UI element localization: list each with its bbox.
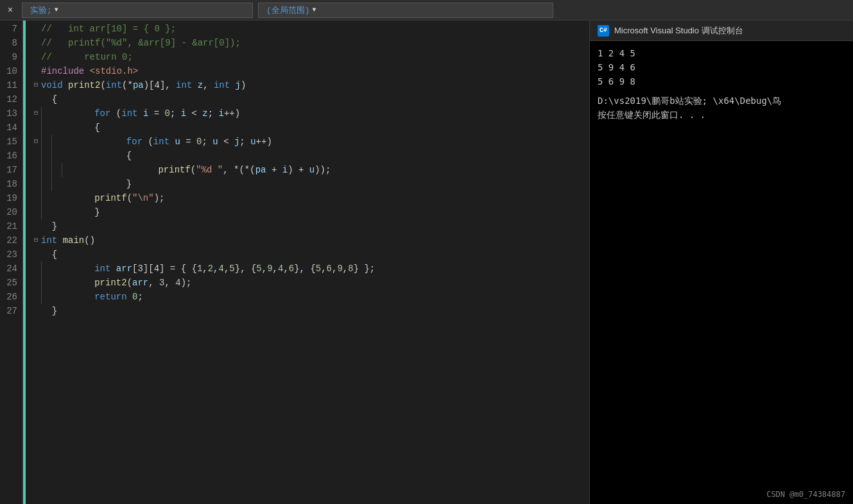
code-token <box>63 78 68 92</box>
code-token <box>127 290 132 304</box>
indent-guide <box>41 290 42 304</box>
code-token <box>62 135 126 149</box>
dropdown2-label: (全局范围) <box>266 4 310 16</box>
code-token <box>51 290 94 304</box>
code-token: 9 <box>267 262 272 276</box>
code-line: { <box>31 248 589 262</box>
code-token: )[4], <box>144 78 176 92</box>
code-token <box>57 233 62 248</box>
code-token: for <box>94 106 110 121</box>
code-token <box>51 106 94 121</box>
code-token <box>137 106 142 121</box>
code-token: // return 0; <box>41 50 133 64</box>
line-numbers: 789101112131415161718192021222324252627 <box>0 21 23 504</box>
fold-indicator <box>31 179 41 189</box>
scope-dropdown-2[interactable]: (全局范围) ▼ <box>258 3 553 18</box>
code-token: int <box>121 106 137 121</box>
code-token: , <box>213 262 218 276</box>
fold-indicator <box>31 221 41 231</box>
code-token: < <box>218 135 234 149</box>
fold-indicator[interactable]: ⊟ <box>31 137 41 147</box>
code-token: printf <box>94 191 126 205</box>
code-token: pa <box>133 78 144 92</box>
code-token: 4 <box>175 276 180 290</box>
code-container: 789101112131415161718192021222324252627 … <box>0 21 589 504</box>
indent-guide <box>41 149 42 163</box>
code-token: 6 <box>289 262 294 276</box>
code-token: "%d " <box>196 163 223 177</box>
code-token: , <box>202 262 207 276</box>
code-token: , <box>164 276 175 290</box>
code-token: = <box>148 106 164 121</box>
fold-indicator <box>31 38 41 48</box>
code-token <box>110 262 116 276</box>
code-token: z <box>198 78 203 92</box>
code-editor: 789101112131415161718192021222324252627 … <box>0 21 590 504</box>
code-token: }, { <box>235 262 257 276</box>
code-token: ) <box>241 78 246 92</box>
code-token: [3][4] = { { <box>132 262 197 276</box>
code-token: j <box>234 135 239 149</box>
fold-indicator <box>31 193 41 203</box>
code-token: , <box>273 262 278 276</box>
console-body: 1 2 4 55 9 4 65 6 9 8D:\vs2019\鹏哥b站实验; \… <box>590 41 853 504</box>
vs-icon: C# <box>598 25 609 37</box>
watermark: CSDN @m0_74384887 <box>766 490 845 499</box>
code-token: ( <box>142 135 153 149</box>
fold-indicator <box>31 94 41 105</box>
fold-indicator[interactable]: ⊟ <box>31 235 41 246</box>
indent-guide <box>41 205 42 219</box>
code-token <box>169 135 175 149</box>
dropdown1-arrow: ▼ <box>55 6 58 13</box>
code-token: , <box>283 262 288 276</box>
code-token: 5 <box>229 262 234 276</box>
indent-guide <box>41 163 42 177</box>
code-token: } <box>62 177 132 191</box>
code-token: , <box>203 78 214 92</box>
fold-indicator[interactable]: ⊟ <box>31 108 41 119</box>
code-token: 8 <box>348 262 353 276</box>
indent-guide <box>41 106 42 121</box>
indent-guide <box>51 163 52 177</box>
fold-indicator <box>31 306 41 316</box>
code-token: int <box>106 78 122 92</box>
code-token: int <box>176 78 192 92</box>
code-token: } <box>41 304 57 318</box>
code-token: i <box>181 106 186 121</box>
scope-dropdown-1[interactable]: 实验; ▼ <box>22 3 253 18</box>
code-token: ); <box>181 276 192 290</box>
code-token: int <box>153 135 169 149</box>
code-token: 0 <box>196 135 202 149</box>
code-token: ( <box>191 163 196 177</box>
code-token: = <box>180 135 196 149</box>
code-token: , <box>321 262 326 276</box>
code-token: ; <box>137 290 142 304</box>
code-token: print2 <box>68 78 100 92</box>
code-line: } <box>31 205 589 219</box>
code-token: { <box>41 248 57 262</box>
code-token: pa <box>255 163 266 177</box>
code-token: + <box>266 163 282 177</box>
code-token <box>51 191 94 205</box>
fold-indicator <box>31 165 41 175</box>
code-token: int <box>94 262 110 276</box>
code-line: ⊟ for (int u = 0; u < j; u++) <box>31 135 589 149</box>
code-line: printf("%d ", *(*(pa + i) + u)); <box>31 163 589 177</box>
close-button[interactable]: × <box>1 1 19 19</box>
code-token: { <box>62 149 132 163</box>
code-token: #include <box>41 64 84 78</box>
indent-guide <box>41 262 42 276</box>
code-lines[interactable]: // int arr[10] = { 0 };// printf("%d", &… <box>26 21 589 504</box>
code-line: return 0; <box>31 290 589 304</box>
code-token: ( <box>100 78 105 92</box>
code-token: print2 <box>94 276 126 290</box>
dropdown2-arrow: ▼ <box>313 6 316 13</box>
fold-indicator[interactable]: ⊟ <box>31 80 41 90</box>
code-token: , <box>343 262 348 276</box>
code-token: 6 <box>327 262 332 276</box>
code-line: // int arr[10] = { 0 }; <box>31 22 589 36</box>
code-token: , <box>224 262 229 276</box>
code-token: < <box>186 106 202 121</box>
code-token: 9 <box>337 262 342 276</box>
code-token <box>51 262 94 276</box>
